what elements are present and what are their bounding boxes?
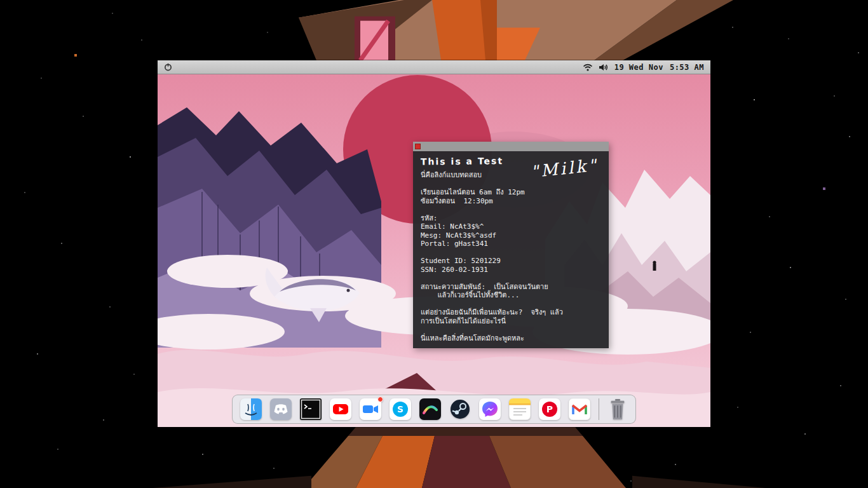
dock-icon-youtube[interactable]: [330, 398, 351, 420]
terminal-line: เรียนออนไลน์ตอน 6am ถึง 12pm: [421, 188, 601, 197]
window-body: This is a Test "Milk" นี่คือลิงก์แบบทดสอ…: [413, 151, 609, 348]
dock: SP: [232, 395, 636, 424]
close-button[interactable]: [415, 144, 421, 149]
terminal-line: Student ID: 5201229: [421, 257, 601, 266]
terminal-line: แต่อย่างน้อยฉันก็มีเพื่อนแท้อะนะ? จริงๆ …: [421, 308, 601, 317]
window-titlebar[interactable]: [413, 142, 609, 151]
terminal-line: [421, 248, 601, 257]
terminal-line: นี่แหละคือสิ่งที่คนโสดมักจะพูดหละ: [421, 334, 601, 343]
power-icon: [164, 63, 172, 71]
terminal-line: [421, 180, 601, 189]
dock-icon-discord[interactable]: [270, 398, 292, 420]
dock-icon-zoom[interactable]: [360, 398, 381, 420]
notification-badge: [377, 396, 383, 402]
terminal-line: [421, 205, 601, 214]
menu-bar: 19 Wed Nov 5:53 AM: [158, 60, 710, 74]
dock-icon-steam[interactable]: [449, 398, 471, 420]
dock-icon-terminal[interactable]: [300, 398, 322, 420]
terminal-line: [421, 300, 601, 309]
terminal-line: Email: NcAt3$%^: [421, 222, 601, 231]
dock-icon-trash[interactable]: [607, 396, 628, 422]
time-label: 5:53 AM: [670, 63, 704, 72]
hiker-figure: [653, 261, 656, 271]
dock-separator: [599, 398, 599, 420]
wifi-icon[interactable]: [583, 64, 593, 71]
terminal-line: แล้วก็เวอร์จิ้นไปทั้งชีวิต...: [421, 291, 601, 300]
isometric-floor: [287, 427, 635, 488]
terminal-line: Mesg: NcAt3$%^asdf: [421, 231, 601, 240]
terminal-line: Portal: gHast341: [421, 240, 601, 248]
svg-text:S: S: [397, 404, 403, 414]
dock-icon-gmail[interactable]: [569, 398, 590, 420]
terminal-line: [421, 274, 601, 283]
dock-icon-pinterest[interactable]: P: [539, 398, 560, 420]
terminal-line: SSN: 260-02-1931: [421, 266, 601, 274]
terminal-text: นี่คือลิงก์แบบทดสอบ เรียนออนไลน์ตอน 6am …: [421, 171, 601, 342]
date-label: 19 Wed Nov: [614, 63, 663, 72]
dock-icon-messenger[interactable]: [479, 398, 501, 420]
computer-screen: 19 Wed Nov 5:53 AM This is a Test "Milk"…: [158, 60, 710, 427]
dock-icon-finder[interactable]: [240, 398, 262, 420]
menu-bar-clock[interactable]: 19 Wed Nov 5:53 AM: [614, 63, 704, 72]
isometric-roof: [280, 0, 750, 60]
dock-icon-skype[interactable]: S: [390, 398, 411, 420]
terminal-line: สถานะความสัมพันธ์: เป็นโสดจนวันตาย: [421, 283, 601, 292]
dock-icon-paint[interactable]: [419, 398, 441, 420]
dock-icon-notes[interactable]: [509, 398, 531, 420]
svg-text:P: P: [546, 404, 553, 414]
terminal-line: รหัส:: [421, 214, 601, 223]
terminal-line: การเป็นโสดก็ไม่ได้แย่อะไรนี่: [421, 317, 601, 326]
note-window: This is a Test "Milk" นี่คือลิงก์แบบทดสอ…: [413, 142, 609, 348]
terminal-line: [421, 325, 601, 334]
terminal-line: ซ้อมวิ่งตอน 12:30pm: [421, 197, 601, 206]
power-button[interactable]: [164, 63, 172, 71]
volume-icon[interactable]: [599, 64, 609, 71]
